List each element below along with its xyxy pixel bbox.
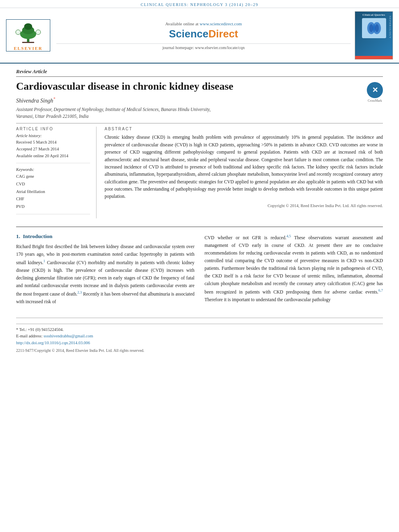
keyword-2: CVD xyxy=(16,181,90,188)
crossmark-badge-container: ✕ CrossMark xyxy=(367,82,383,103)
article-info-label: ARTICLE INFO xyxy=(16,127,90,131)
body-col-right: CVD whether or not GFR is reduced.4,5 Th… xyxy=(205,233,383,305)
abstract-column: ABSTRACT Chronic kidney disease (CKD) is… xyxy=(105,127,383,218)
main-content: Review Article ✕ CrossMark Cardiovascula… xyxy=(0,64,399,361)
received-date: Received 5 March 2014 xyxy=(16,139,90,146)
keyword-3: Atrial fibrillation xyxy=(16,188,90,196)
crossmark-label: CrossMark xyxy=(367,99,383,103)
keywords-label: Keywords: xyxy=(16,167,90,172)
svg-point-6 xyxy=(36,30,41,35)
journal-cover: Clinical Queries NEPHROLOGY xyxy=(355,11,395,60)
article-info-column: ARTICLE INFO Article history: Received 5… xyxy=(16,127,97,218)
elsevier-wordmark: ELSEVIER xyxy=(14,46,43,51)
cover-title: Clinical Queries xyxy=(362,13,385,16)
journal-citation: CLINICAL QUERIES: NEPHROLOGY 3 (2014) 20… xyxy=(141,2,258,7)
footnote-doi: http://dx.doi.org/10.1016/j.cqn.2014.03.… xyxy=(16,340,383,347)
elsevier-tree-icon xyxy=(12,20,44,44)
svg-point-9 xyxy=(369,24,373,32)
sciencedirect-logo: ScienceDirect xyxy=(169,28,238,40)
footer-hr xyxy=(16,324,383,324)
author-name: Shivendra Singh* xyxy=(16,97,383,104)
article-columns: ARTICLE INFO Article history: Received 5… xyxy=(16,127,383,218)
body-col-left: 1. Introduction Richard Bright first des… xyxy=(16,233,195,305)
footnote-email: E-mail address: sssshivendrabhu@gmail.co… xyxy=(16,333,383,340)
svg-point-5 xyxy=(16,30,21,35)
accepted-date: Accepted 27 March 2014 xyxy=(16,146,90,153)
direct-text: Direct xyxy=(208,28,238,40)
header-content: ELSEVIER Available online at www.science… xyxy=(0,8,399,63)
abstract-text: Chronic kidney disease (CKD) is emerging… xyxy=(105,134,383,200)
journal-homepage: journal homepage: www.elsevier.com/locat… xyxy=(56,43,351,50)
keyword-5: PVD xyxy=(16,203,90,211)
cover-image xyxy=(362,18,386,38)
footer-section: * Tel.: +91 (0) 9415224504. E-mail addre… xyxy=(16,318,383,353)
paper-title: Cardiovascular disease in chronic kidney… xyxy=(16,80,383,92)
svg-rect-4 xyxy=(22,42,34,43)
elsevier-logo: ELSEVIER xyxy=(4,19,52,51)
journal-top-bar: CLINICAL QUERIES: NEPHROLOGY 3 (2014) 20… xyxy=(0,0,399,8)
crossmark-icon: ✕ xyxy=(367,82,383,98)
abstract-copyright: Copyright © 2014, Reed Elsevier India Pv… xyxy=(105,203,383,208)
cover-nephrology: NEPHROLOGY xyxy=(389,16,392,39)
science-text: Science xyxy=(169,28,208,40)
body-columns: 1. Introduction Richard Bright first des… xyxy=(16,233,383,305)
svg-point-3 xyxy=(24,23,32,30)
keyword-1: CAG gene xyxy=(16,173,90,181)
section-1-title: 1. Introduction xyxy=(16,233,195,240)
doi-link[interactable]: http://dx.doi.org/10.1016/j.cqn.2014.03.… xyxy=(16,341,90,345)
keywords-list: CAG gene CVD Atrial fibrillation CHF PVD xyxy=(16,173,90,211)
available-online-label: Available online at www.sciencedirect.co… xyxy=(165,21,242,26)
journal-cover-box: Clinical Queries NEPHROLOGY xyxy=(355,11,393,60)
journal-header: CLINICAL QUERIES: NEPHROLOGY 3 (2014) 20… xyxy=(0,0,399,64)
intro-col1-text: Richard Bright first described the link … xyxy=(16,243,195,305)
intro-col2-text: CVD whether or not GFR is reduced.4,5 Th… xyxy=(205,233,383,303)
divider-1 xyxy=(16,123,383,123)
review-article-label: Review Article xyxy=(16,68,383,77)
abstract-label: ABSTRACT xyxy=(105,127,383,131)
email-link[interactable]: sssshivendrabhu@gmail.com xyxy=(43,334,93,338)
keywords-group: Keywords: CAG gene CVD Atrial fibrillati… xyxy=(16,167,90,214)
title-row: ✕ CrossMark Cardiovascular disease in ch… xyxy=(16,80,383,92)
header-center: Available online at www.sciencedirect.co… xyxy=(56,21,351,50)
elsevier-logo-box: ELSEVIER xyxy=(6,19,50,51)
body-section: 1. Introduction Richard Bright first des… xyxy=(16,226,383,305)
cover-bottom-bar xyxy=(355,56,393,59)
available-date: Available online 20 April 2014 xyxy=(16,153,90,160)
kidney-icon xyxy=(364,19,384,37)
history-label: Article history: xyxy=(16,134,90,138)
keyword-4: CHF xyxy=(16,195,90,203)
author-affiliation: Assistant Professor, Department of Nephr… xyxy=(16,106,383,120)
footnote-tel: * Tel.: +91 (0) 9415224504. xyxy=(16,327,383,333)
sciencedirect-url[interactable]: www.sciencedirect.com xyxy=(200,21,242,26)
article-history-group: Article history: Received 5 March 2014 A… xyxy=(16,134,90,163)
footer-copyright: 2211-9477/Copyright © 2014, Reed Elsevie… xyxy=(16,348,383,353)
svg-point-10 xyxy=(375,24,379,32)
